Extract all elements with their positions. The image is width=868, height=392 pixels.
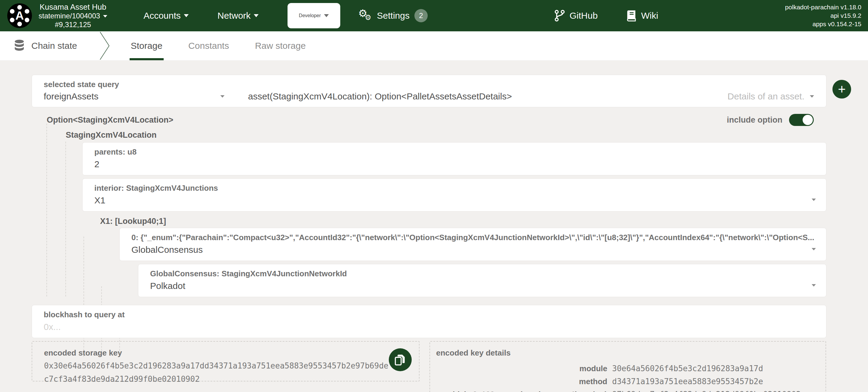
nav-accounts[interactable]: Accounts [144, 10, 188, 21]
settings-badge: 2 [414, 9, 428, 22]
encoded-key-details-box: encoded key details module 30e64a56026f4… [430, 341, 826, 392]
apps-version: apps v0.154.2-15 [785, 20, 861, 28]
tabs: Storage Constants Raw storage [131, 31, 332, 60]
chevron-down-icon [812, 199, 816, 201]
tab-storage[interactable]: Storage [131, 31, 162, 60]
chevron-down-icon [103, 15, 107, 18]
api-version: api v15.9.2 [785, 11, 861, 20]
method-placeholder[interactable]: Details of an asset. [727, 91, 814, 102]
junction-value: GlobalConsensus [131, 244, 814, 255]
asset-hub-logo-icon: A [7, 3, 32, 28]
detail-row-label: module [436, 362, 607, 375]
detail-row-label: method [436, 375, 607, 388]
database-icon [14, 39, 25, 52]
blockhash-label: blockhash to query at [44, 310, 814, 319]
chevron-down-icon [184, 14, 189, 17]
parents-field: parents: u8 [82, 142, 827, 175]
wiki-link[interactable]: Wiki [627, 10, 658, 22]
junction-dropdown[interactable]: 0: {"_enum":{"Parachain":"Compact<u32>",… [119, 228, 827, 261]
chain-state-page: selected state query foreignAssets asset… [0, 60, 868, 392]
section-divider [99, 31, 111, 60]
pallet-value: foreignAssets [44, 91, 98, 102]
chevron-down-icon [254, 14, 258, 17]
github-link[interactable]: GitHub [555, 10, 598, 22]
brand[interactable]: A Kusama Asset Hub statemine/1004003 #9,… [0, 3, 107, 29]
copy-icon [395, 354, 406, 366]
chain-name: Kusama Asset Hub [38, 3, 107, 11]
encoded-key-value: 0x30e64a56026f4b5e3c2d196283a9a17dd34371… [44, 359, 391, 386]
nav-developer[interactable]: Developer [287, 3, 340, 28]
app-header: A Kusama Asset Hub statemine/1004003 #9,… [0, 0, 868, 31]
book-icon [627, 10, 636, 22]
tab-raw-storage[interactable]: Raw storage [255, 31, 306, 60]
chain-spec-selector[interactable]: statemine/1004003 [38, 11, 107, 20]
tab-bar: Chain state Storage Constants Raw storag… [0, 31, 868, 60]
detail-row-value: 30e64a56026f4b5e3c2d196283a9a17d [612, 362, 826, 375]
interior-value: X1 [94, 195, 814, 206]
encoded-key-label: encoded storage key [44, 348, 419, 357]
detail-row-label: blake2_128concat(stagingxcmv4location) [436, 388, 607, 392]
network-label: GlobalConsensus: StagingXcmV4JunctionNet… [150, 269, 814, 278]
svg-text:A: A [16, 9, 24, 22]
network-value: Polkadot [150, 281, 814, 291]
blockhash-input[interactable] [44, 322, 737, 332]
interior-dropdown[interactable]: interior: StagingXcmV4Junctions X1 [82, 178, 827, 211]
query-label: selected state query [44, 80, 814, 89]
chevron-down-icon [812, 248, 816, 250]
chain-info: Kusama Asset Hub statemine/1004003 #9,31… [38, 3, 107, 29]
state-query-card: selected state query foreignAssets asset… [32, 75, 827, 107]
tab-constants[interactable]: Constants [188, 31, 229, 60]
detail-row-value: 97b69dec7cf3a4f83de9da212d99f0be02010902 [612, 388, 826, 392]
x1-type-label: X1: [Lookup40;1] [100, 216, 827, 227]
add-query-button[interactable]: + [832, 80, 851, 99]
pallet-select[interactable]: foreignAssets [44, 91, 224, 102]
include-option: include option [727, 114, 814, 126]
option-type-label: Option<StagingXcmV4Location> [47, 116, 173, 125]
blockhash-field: blockhash to query at [32, 305, 827, 338]
external-links: GitHub Wiki [555, 10, 687, 22]
chevron-down-icon [810, 95, 814, 98]
encoded-details-grid: module 30e64a56026f4b5e3c2d196283a9a17d … [436, 362, 826, 392]
copy-button[interactable] [389, 348, 412, 371]
include-option-label: include option [727, 116, 782, 125]
best-block-number: #9,312,125 [38, 20, 107, 29]
toggle-knob [803, 115, 813, 125]
encoded-details-label: encoded key details [436, 348, 826, 357]
chevron-down-icon [324, 14, 329, 17]
version-info: polkadot-parachain v1.18.0 api v15.9.2 a… [785, 3, 861, 28]
method-select[interactable]: asset(StagingXcmV4Location): Option<Pall… [248, 91, 718, 102]
location-type-label: StagingXcmV4Location [66, 129, 827, 141]
gears-icon: ⚙⚙ [359, 9, 373, 22]
indent-guide [46, 124, 47, 296]
indent-guide [84, 236, 84, 357]
chevron-down-icon [812, 284, 816, 287]
parents-input[interactable] [94, 159, 742, 170]
option-row: Option<StagingXcmV4Location> include opt… [32, 113, 827, 127]
interior-label: interior: StagingXcmV4Junctions [94, 184, 814, 193]
include-option-toggle[interactable] [789, 114, 814, 126]
section-title: Chain state [0, 39, 77, 52]
junction-label: 0: {"_enum":{"Parachain":"Compact<u32>",… [131, 233, 814, 242]
encoded-storage-key-box: encoded storage key 0x30e64a56026f4b5e3c… [32, 341, 420, 382]
parents-label: parents: u8 [94, 148, 814, 156]
chevron-down-icon [220, 95, 224, 98]
main-nav: Accounts Network Developer ⚙⚙ Settings 2 [144, 3, 457, 28]
indent-guide [65, 142, 66, 296]
node-version: polkadot-parachain v1.18.0 [785, 3, 861, 11]
network-dropdown[interactable]: GlobalConsensus: StagingXcmV4JunctionNet… [138, 264, 827, 297]
nav-settings[interactable]: ⚙⚙ Settings 2 [359, 9, 428, 22]
detail-row-value: d34371a193a751eea5883e9553457b2e [612, 375, 826, 388]
git-branch-icon [555, 10, 565, 22]
encoded-row: encoded storage key 0x30e64a56026f4b5e3c… [32, 341, 827, 392]
nav-network[interactable]: Network [218, 10, 258, 21]
